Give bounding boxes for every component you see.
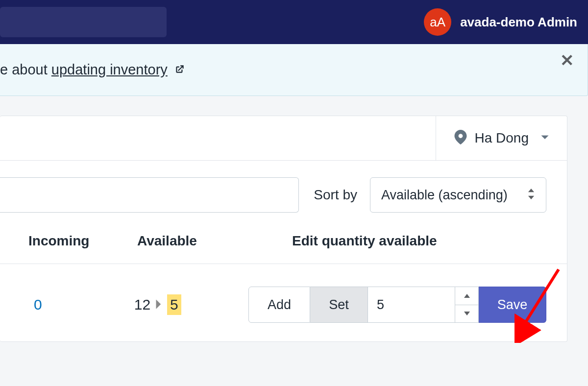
sort-updown-icon (527, 188, 535, 203)
column-available: Available (137, 233, 245, 249)
available-new-value: 5 (167, 294, 181, 315)
column-edit-qty: Edit quantity available (245, 233, 546, 249)
column-incoming: Incoming (0, 233, 137, 249)
set-button[interactable]: Set (310, 287, 368, 323)
banner-text: e about (0, 62, 51, 77)
cell-edit-qty: Add Set Save (210, 287, 546, 323)
sort-by-label: Sort by (314, 187, 357, 203)
filter-row: Sort by Available (ascending) (0, 161, 567, 226)
location-select[interactable]: Ha Dong (436, 116, 567, 160)
cell-incoming: 0 (0, 296, 120, 313)
cell-available: 12 5 (120, 294, 211, 315)
top-bar: aA avada-demo Admin (0, 0, 588, 44)
info-banner: ✕ e about updating inventory (0, 44, 588, 96)
location-label: Ha Dong (474, 130, 529, 146)
available-old-value: 12 (134, 296, 150, 313)
chevron-right-icon (155, 296, 162, 313)
avatar: aA (424, 8, 451, 36)
card-header: Ha Dong (0, 116, 567, 161)
user-name-label: avada-demo Admin (460, 15, 577, 30)
chevron-down-icon (536, 134, 549, 143)
close-icon[interactable]: ✕ (560, 52, 574, 69)
save-button[interactable]: Save (479, 287, 546, 323)
user-menu[interactable]: aA avada-demo Admin (424, 8, 577, 36)
quantity-stepper (455, 287, 479, 323)
step-up[interactable] (455, 287, 478, 305)
filter-input[interactable] (0, 177, 299, 213)
location-pin-icon (454, 130, 467, 146)
incoming-link[interactable]: 0 (34, 296, 42, 313)
inventory-card: Ha Dong Sort by Available (ascending) In… (0, 116, 567, 342)
sort-select[interactable]: Available (ascending) (370, 177, 546, 213)
sort-value: Available (ascending) (381, 188, 508, 203)
quantity-input[interactable] (368, 287, 455, 323)
external-link-icon (174, 64, 185, 77)
table-header: Incoming Available Edit quantity availab… (0, 226, 567, 264)
search-input[interactable] (0, 7, 167, 37)
add-button[interactable]: Add (248, 287, 310, 323)
table-row: 0 12 5 Add Set Save (0, 264, 567, 341)
step-down[interactable] (455, 305, 478, 323)
banner-link[interactable]: updating inventory (51, 62, 168, 77)
